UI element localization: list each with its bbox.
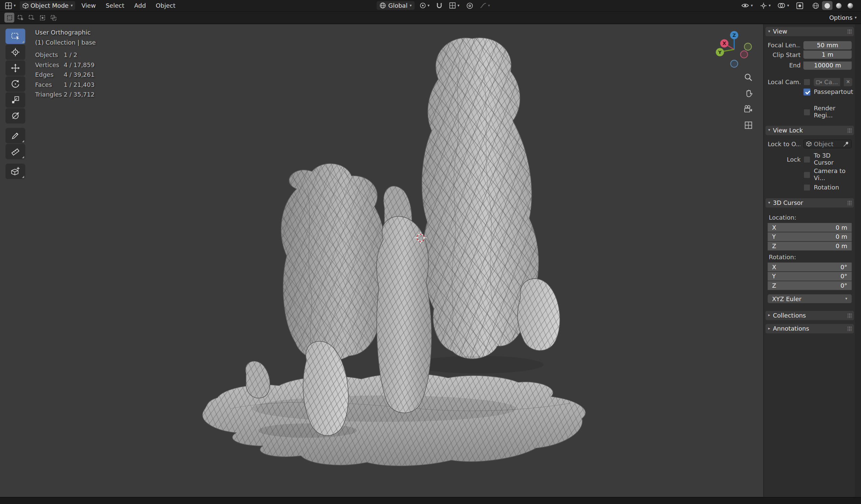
axis-label: X xyxy=(772,224,776,231)
axis-neg-x[interactable] xyxy=(741,51,748,58)
blender-3d-viewport-editor: ▾ Object Mode ▾ View Select Add Object G… xyxy=(0,0,861,504)
xray-toggle[interactable] xyxy=(795,1,805,10)
panel-header-view-lock[interactable]: ▾ View Lock ⣿⣿ xyxy=(765,126,854,135)
tool-add-cube[interactable] xyxy=(5,164,25,179)
panel-header-3d-cursor[interactable]: ▾ 3D Cursor ⣿⣿ xyxy=(765,198,854,207)
pivot-dropdown[interactable]: ▾ xyxy=(418,1,431,10)
panel-body-view-lock: Lock to O... Object Lock xyxy=(765,136,854,198)
gizmos-dropdown[interactable]: ▾ xyxy=(758,1,773,10)
location-label: Location: xyxy=(769,214,852,221)
menu-add[interactable]: Add xyxy=(131,2,150,9)
tool-annotate[interactable] xyxy=(5,128,25,144)
snap-toggle[interactable] xyxy=(435,1,444,10)
local-camera-field[interactable]: Ca... xyxy=(814,78,840,86)
clear-camera-button[interactable]: ✕ xyxy=(844,78,852,86)
chevron-down-icon: ▾ xyxy=(751,4,753,8)
render-region-checkbox[interactable] xyxy=(803,108,810,115)
panel-grip-icon[interactable]: ⣿⣿ xyxy=(847,326,851,331)
tool-scale[interactable] xyxy=(5,92,25,108)
ortho-toggle-button[interactable] xyxy=(742,119,754,131)
3d-viewport[interactable]: User Orthographic (1) Collection | base … xyxy=(0,24,861,497)
focal-length-field[interactable]: 50 mm xyxy=(803,41,852,49)
orientation-label: Global xyxy=(388,2,407,9)
panel-grip-icon[interactable]: ⣿⣿ xyxy=(847,201,851,206)
axis-y-label: Y xyxy=(718,50,722,55)
menu-view[interactable]: View xyxy=(78,2,99,9)
camera-view-button[interactable] xyxy=(742,103,754,115)
panel-grip-icon[interactable]: ⣿⣿ xyxy=(847,313,851,318)
shading-mode-group xyxy=(810,1,855,10)
shading-material-button[interactable] xyxy=(834,1,844,10)
scene-statistics: Objects1 / 2 Vertices4 / 17,859 Edges4 /… xyxy=(35,52,96,98)
select-mode-extend[interactable] xyxy=(15,13,25,23)
panel-title: 3D Cursor xyxy=(773,200,803,207)
shading-wireframe-button[interactable] xyxy=(810,1,821,10)
stat-label: Faces xyxy=(35,81,64,88)
tool-transform[interactable] xyxy=(5,108,25,124)
shading-rendered-button[interactable] xyxy=(845,1,856,10)
select-mode-new[interactable] xyxy=(4,13,14,23)
mode-dropdown[interactable]: Object Mode ▾ xyxy=(19,1,76,10)
menu-object[interactable]: Object xyxy=(152,2,179,9)
globe-icon xyxy=(380,2,386,9)
panel-grip-icon[interactable]: ⣿⣿ xyxy=(847,128,851,133)
camera-to-view-label: Camera to Vi... xyxy=(814,168,852,182)
editor-type-button[interactable]: ▾ xyxy=(3,1,17,10)
panel-title: Collections xyxy=(773,312,806,319)
cursor-location-x[interactable]: X 0 m xyxy=(768,223,852,232)
pan-button[interactable] xyxy=(742,87,754,99)
cursor-location-z[interactable]: Z 0 m xyxy=(768,242,852,250)
lock-to-object-field[interactable]: Object xyxy=(803,139,852,148)
falloff-dropdown[interactable]: ▾ xyxy=(478,1,492,10)
axis-value: 0° xyxy=(840,273,847,280)
cursor-rotation-y[interactable]: Y 0° xyxy=(768,272,852,281)
axis-neg-z[interactable] xyxy=(730,60,738,67)
cursor-rotation-x[interactable]: X 0° xyxy=(768,262,852,271)
local-camera-checkbox[interactable] xyxy=(803,78,810,85)
euler-mode-dropdown[interactable]: XYZ Euler ▾ xyxy=(768,295,852,303)
chevron-down-icon: ▾ xyxy=(769,4,771,8)
select-mode-intersect[interactable] xyxy=(48,13,58,23)
rock-left-cluster xyxy=(281,164,386,362)
axis-z-label: Z xyxy=(733,32,736,38)
proportional-toggle[interactable] xyxy=(464,1,475,10)
snap-dropdown[interactable]: ▾ xyxy=(448,1,461,10)
shading-solid-button[interactable] xyxy=(822,1,833,10)
lock-3d-cursor-checkbox[interactable] xyxy=(803,155,810,163)
tool-move[interactable] xyxy=(5,60,25,76)
panel-header-view[interactable]: ▾ View ⣿⣿ xyxy=(765,27,854,36)
stat-label: Objects xyxy=(35,52,64,59)
nav-gizmo[interactable]: Z X Y xyxy=(714,29,754,69)
select-mode-subtract[interactable] xyxy=(27,13,36,23)
eyedropper-icon[interactable] xyxy=(843,141,849,147)
overlays-icon xyxy=(778,2,785,9)
tool-select-box[interactable] xyxy=(5,28,25,44)
orientation-dropdown[interactable]: Global ▾ xyxy=(377,1,414,10)
select-mode-invert[interactable] xyxy=(37,13,47,23)
model-mesh[interactable] xyxy=(0,24,861,497)
panel-header-collections[interactable]: ▸ Collections ⣿⣿ xyxy=(765,311,854,320)
clip-end-field[interactable]: 10000 m xyxy=(803,62,852,70)
pivot-point-icon xyxy=(420,2,426,9)
passepartout-checkbox[interactable] xyxy=(803,88,810,95)
axis-label: Y xyxy=(772,273,776,280)
cursor-location-y[interactable]: Y 0 m xyxy=(768,232,852,241)
cursor-rotation-z[interactable]: Z 0° xyxy=(768,281,852,290)
options-dropdown[interactable]: Options ▾ xyxy=(829,14,857,21)
axis-neg-y[interactable] xyxy=(744,43,751,50)
options-label: Options xyxy=(829,14,852,21)
sidebar-scrollbar[interactable] xyxy=(855,24,861,497)
menu-select[interactable]: Select xyxy=(102,2,128,9)
tool-rotate[interactable] xyxy=(5,77,25,92)
clip-start-field[interactable]: 1 m xyxy=(803,51,852,59)
tool-measure[interactable] xyxy=(5,144,25,159)
zoom-button[interactable] xyxy=(742,71,754,83)
lock-rotation-checkbox[interactable] xyxy=(803,184,810,191)
panel-grip-icon[interactable]: ⣿⣿ xyxy=(847,29,851,34)
camera-to-view-checkbox[interactable] xyxy=(803,171,810,178)
panel-header-annotations[interactable]: ▸ Annotations ⣿⣿ xyxy=(765,324,854,333)
tool-cursor[interactable] xyxy=(5,45,25,60)
overlays-dropdown[interactable]: ▾ xyxy=(776,1,791,10)
object-types-dropdown[interactable]: ▾ xyxy=(740,1,754,10)
chevron-down-icon: ▾ xyxy=(855,16,857,19)
